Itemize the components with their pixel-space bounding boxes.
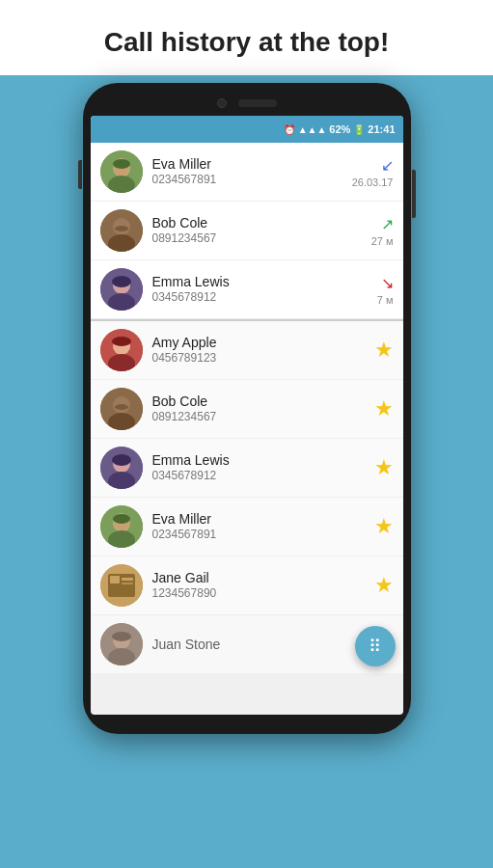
incoming-call-icon: ↙ (381, 156, 394, 175)
recent-call-bob[interactable]: Bob Cole 0891234567 ↗ 27 м (91, 202, 403, 260)
svg-point-29 (113, 514, 130, 524)
contact-info-emma-fav: Emma Lewis 0345678912 (152, 451, 365, 484)
favorite-star-icon: ★ (374, 455, 394, 480)
page-title: Call history at the top! (0, 0, 493, 75)
avatar-juan (100, 623, 143, 665)
status-icons: ⏰ ▲▲▲ 62% 🔋 21:41 (284, 123, 396, 135)
earpiece-speaker (238, 99, 277, 107)
favorite-star-icon: ★ (374, 573, 394, 598)
favorites-section: Amy Apple 0456789123 ★ (91, 321, 403, 674)
avatar-eva-recent (100, 150, 143, 193)
favorite-star-icon: ★ (374, 396, 394, 421)
contact-name: Emma Lewis (152, 273, 336, 290)
svg-rect-33 (122, 578, 133, 581)
contact-name: Emma Lewis (152, 451, 365, 469)
contact-number: 0891234567 (152, 231, 336, 247)
phone-wrapper: ⏰ ▲▲▲ 62% 🔋 21:41 (0, 75, 493, 868)
svg-point-38 (112, 632, 131, 641)
contact-number: 0456789123 (152, 351, 365, 366)
contact-number: 0891234567 (152, 410, 365, 425)
volume-button (78, 160, 82, 189)
svg-point-24 (112, 454, 131, 466)
contact-info-amy: Amy Apple 0456789123 (152, 334, 365, 366)
battery-icon: 🔋 (353, 124, 365, 135)
contact-name: Eva Miller (152, 155, 336, 173)
phone-top (91, 95, 403, 116)
contact-name: Juan Stone (152, 636, 365, 653)
recent-call-eva[interactable]: Eva Miller 0234567891 ↙ 26.03.17 (91, 143, 403, 202)
favorite-eva[interactable]: Eva Miller 0234567891 ★ (91, 498, 403, 556)
dialpad-icon: ⠿ (369, 636, 381, 657)
phone-device: ⏰ ▲▲▲ 62% 🔋 21:41 (83, 83, 411, 734)
status-bar: ⏰ ▲▲▲ 62% 🔋 21:41 (91, 116, 403, 143)
svg-point-16 (112, 337, 131, 346)
svg-rect-32 (110, 576, 120, 583)
call-meta-emma: ↘ 7 м (345, 274, 394, 306)
favorite-emma[interactable]: Emma Lewis 0345678912 ★ (91, 439, 403, 498)
contact-info-bob-fav: Bob Cole 0891234567 (152, 393, 365, 425)
call-meta-eva: ↙ 26.03.17 (345, 156, 394, 188)
svg-point-8 (115, 226, 128, 231)
front-camera (217, 98, 227, 108)
signal-icon: ▲▲▲ (298, 124, 327, 135)
alarm-icon: ⏰ (284, 124, 295, 135)
contact-info-eva-fav: Eva Miller 0234567891 (152, 510, 365, 543)
contact-number: 0345678912 (152, 290, 336, 306)
svg-point-20 (115, 404, 128, 410)
recent-call-emma[interactable]: Emma Lewis 0345678912 ↘ 7 м (91, 260, 403, 319)
contact-name: Bob Cole (152, 214, 336, 231)
call-duration: 7 м (377, 294, 394, 306)
power-button (412, 170, 416, 218)
contact-name: Eva Miller (152, 510, 365, 528)
missed-call-icon: ↘ (381, 274, 394, 292)
svg-point-12 (112, 276, 131, 287)
favorite-star-icon: ★ (374, 514, 394, 539)
call-duration: 27 м (371, 235, 394, 247)
call-date: 26.03.17 (352, 176, 394, 188)
contact-name: Bob Cole (152, 393, 365, 410)
dialpad-fab-button[interactable]: ⠿ (355, 626, 396, 666)
avatar-emma-fav (100, 447, 143, 489)
contact-name: Jane Gail (152, 569, 365, 586)
avatar-bob-fav (100, 388, 143, 430)
time-display: 21:41 (368, 123, 395, 135)
phone-screen: ⏰ ▲▲▲ 62% 🔋 21:41 (91, 116, 403, 715)
avatar-amy (100, 329, 143, 371)
svg-rect-34 (122, 583, 133, 584)
avatar-bob-recent (100, 209, 143, 252)
contact-number: 1234567890 (152, 586, 365, 602)
contact-number: 0234567891 (152, 528, 365, 543)
avatar-jane (100, 564, 143, 607)
favorite-bob[interactable]: Bob Cole 0891234567 ★ (91, 380, 403, 439)
contact-info-juan: Juan Stone (152, 636, 365, 653)
favorite-jane[interactable]: Jane Gail 1234567890 ★ (91, 556, 403, 615)
svg-point-4 (113, 159, 130, 169)
contact-number: 0345678912 (152, 469, 365, 484)
avatar-eva-fav (100, 505, 143, 548)
contact-list: Eva Miller 0234567891 ↙ 26.03.17 (91, 143, 403, 674)
avatar-emma-recent (100, 268, 143, 311)
contact-info-jane: Jane Gail 1234567890 (152, 569, 365, 602)
contact-info-eva-recent: Eva Miller 0234567891 (152, 155, 336, 188)
outgoing-call-icon: ↗ (381, 215, 394, 233)
contact-info-emma-recent: Emma Lewis 0345678912 (152, 273, 336, 306)
contact-name: Amy Apple (152, 334, 365, 351)
call-meta-bob: ↗ 27 м (345, 215, 394, 247)
contact-number: 0234567891 (152, 173, 336, 188)
battery-text: 62% (329, 123, 350, 135)
favorite-amy[interactable]: Amy Apple 0456789123 ★ (91, 321, 403, 380)
contact-info-bob-recent: Bob Cole 0891234567 (152, 214, 336, 247)
recent-calls-section: Eva Miller 0234567891 ↙ 26.03.17 (91, 143, 403, 321)
favorite-star-icon: ★ (374, 338, 394, 363)
